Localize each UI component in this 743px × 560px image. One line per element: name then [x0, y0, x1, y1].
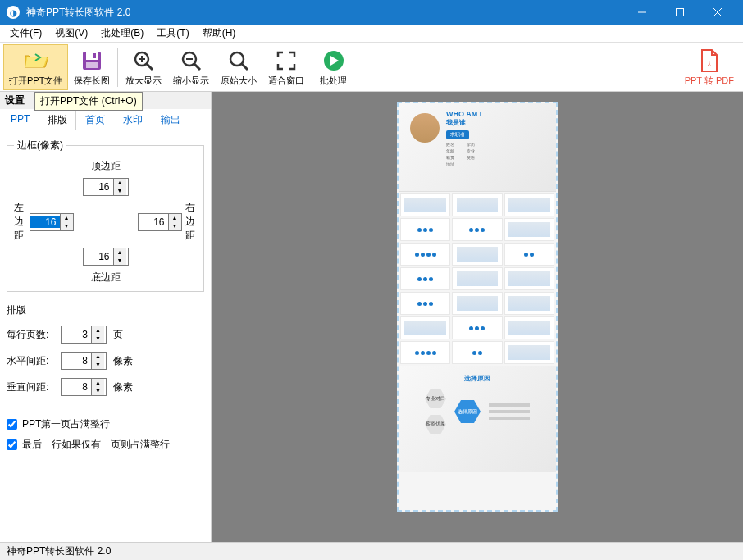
thumb: [452, 292, 502, 315]
spin-up-icon[interactable]: ▲: [114, 179, 126, 187]
spin-down-icon[interactable]: ▼: [114, 257, 126, 265]
reason-title: 选择原因: [464, 374, 490, 383]
hspace-label: 水平间距:: [7, 354, 61, 368]
spin-up-icon[interactable]: ▲: [92, 379, 104, 387]
vspace-label: 垂直间距:: [7, 380, 61, 394]
info-text: 姓名 学历年龄 专业籍贯 英语地址: [446, 141, 481, 167]
hex-center: 选择原因: [454, 400, 481, 423]
first-full-label: PPT第一页占满整行: [22, 417, 110, 431]
slide-reasons: 选择原因 专业对口 薪资优厚 选择原因: [399, 366, 556, 472]
border-fieldset: 边框(像素) 顶边距 ▲▼ 左边距 ▲▼ ▲▼ 右边距: [7, 139, 204, 292]
hex-item: 薪资优厚: [425, 415, 446, 434]
perrow-label: 每行页数:: [7, 328, 61, 342]
tab-layout[interactable]: 排版: [39, 110, 76, 130]
zoomout-button[interactable]: 缩小显示: [167, 44, 215, 90]
border-legend: 边框(像素): [14, 139, 66, 153]
close-button[interactable]: [699, 0, 736, 25]
preview-area[interactable]: WHO AM I 我是谁 求职者 姓名 学历年龄 专业籍贯 英语地址: [212, 92, 743, 542]
thumb: [504, 292, 554, 315]
tab-output[interactable]: 输出: [152, 110, 189, 130]
spin-down-icon[interactable]: ▼: [92, 387, 104, 395]
menu-file[interactable]: 文件(F): [3, 25, 48, 42]
spin-down-icon[interactable]: ▼: [114, 187, 126, 195]
menubar: 文件(F) 视图(V) 批处理(B) 工具(T) 帮助(H): [0, 25, 743, 43]
top-margin-input[interactable]: ▲▼: [83, 178, 129, 196]
bottom-margin-input[interactable]: ▲▼: [83, 248, 129, 266]
spin-up-icon[interactable]: ▲: [92, 326, 104, 335]
first-full-checkbox[interactable]: [7, 419, 17, 430]
svg-line-9: [147, 64, 153, 70]
menu-batch[interactable]: 批处理(B): [94, 25, 150, 42]
fitwindow-button[interactable]: 适合窗口: [262, 44, 310, 90]
perrow-unit: 页: [113, 328, 123, 342]
pdf-button[interactable]: 人 PPT 转 PDF: [679, 44, 740, 90]
thumb: [504, 341, 554, 364]
magnifier-icon: [226, 48, 252, 74]
status-text: 神奇PPT转长图软件 2.0: [7, 544, 111, 558]
hspace-input[interactable]: ▲▼: [61, 352, 107, 370]
zoomout-icon: [178, 48, 204, 74]
spin-up-icon[interactable]: ▲: [169, 214, 181, 222]
left-margin-input[interactable]: ▲▼: [30, 213, 74, 231]
vspace-unit: 像素: [113, 380, 133, 394]
vspace-input[interactable]: ▲▼: [61, 378, 107, 396]
spin-up-icon[interactable]: ▲: [114, 248, 126, 257]
statusbar: 神奇PPT转长图软件 2.0: [0, 542, 743, 560]
last-full-checkbox[interactable]: [7, 439, 17, 450]
thumb: [400, 292, 450, 315]
maximize-button[interactable]: [661, 0, 699, 25]
tab-ppt[interactable]: PPT: [2, 110, 39, 130]
tab-cover[interactable]: 首页: [76, 110, 114, 130]
hspace-unit: 像素: [113, 354, 133, 368]
fit-icon: [273, 48, 299, 74]
tab-watermark[interactable]: 水印: [114, 110, 152, 130]
minimize-button[interactable]: [623, 0, 661, 25]
thumb: [400, 218, 450, 241]
thumb: [504, 243, 554, 266]
perrow-input[interactable]: ▲▼: [61, 326, 107, 344]
who-en: WHO AM I: [446, 110, 481, 118]
thumb: [452, 193, 502, 216]
spin-down-icon[interactable]: ▼: [92, 361, 104, 369]
originalsize-label: 原始大小: [221, 75, 257, 87]
thumb: [400, 193, 450, 216]
layout-title: 排版: [7, 303, 204, 317]
save-label: 保存长图: [74, 75, 110, 87]
thumb: [452, 243, 502, 266]
batch-button[interactable]: 批处理: [314, 44, 353, 90]
window-title: 神奇PPT转长图软件 2.0: [26, 6, 623, 20]
top-label: 顶边距: [91, 159, 121, 173]
thumb: [400, 341, 450, 364]
separator: [312, 48, 312, 87]
spin-down-icon[interactable]: ▼: [169, 222, 181, 230]
save-icon: [79, 48, 105, 74]
app-icon: ◑: [7, 6, 20, 19]
thumb: [400, 316, 450, 339]
spin-up-icon[interactable]: ▲: [61, 214, 73, 222]
thumb: [504, 316, 554, 339]
thumb: [400, 267, 450, 290]
svg-rect-7: [86, 62, 98, 68]
spin-down-icon[interactable]: ▼: [61, 222, 73, 230]
avatar: [410, 113, 440, 143]
thumb: [504, 218, 554, 241]
spin-down-icon[interactable]: ▼: [92, 335, 104, 343]
thumb: [452, 267, 502, 290]
svg-rect-6: [93, 53, 96, 58]
svg-point-15: [230, 52, 244, 66]
menu-help[interactable]: 帮助(H): [196, 25, 243, 42]
slide-cover: WHO AM I 我是谁 求职者 姓名 学历年龄 专业籍贯 英语地址: [399, 103, 556, 192]
menu-view[interactable]: 视图(V): [48, 25, 94, 42]
zoomout-label: 缩小显示: [173, 75, 209, 87]
zoomin-button[interactable]: 放大显示: [120, 44, 167, 90]
originalsize-button[interactable]: 原始大小: [215, 44, 262, 90]
thumb: [452, 316, 502, 339]
spin-up-icon[interactable]: ▲: [92, 353, 104, 361]
svg-text:人: 人: [707, 61, 712, 66]
save-button[interactable]: 保存长图: [68, 44, 116, 90]
menu-tools[interactable]: 工具(T): [150, 25, 195, 42]
right-label: 右边距: [185, 201, 198, 243]
preview-image: WHO AM I 我是谁 求职者 姓名 学历年龄 专业籍贯 英语地址: [397, 102, 558, 512]
right-margin-input[interactable]: ▲▼: [138, 213, 182, 231]
open-ppt-button[interactable]: 打开PPT文件: [3, 44, 68, 90]
